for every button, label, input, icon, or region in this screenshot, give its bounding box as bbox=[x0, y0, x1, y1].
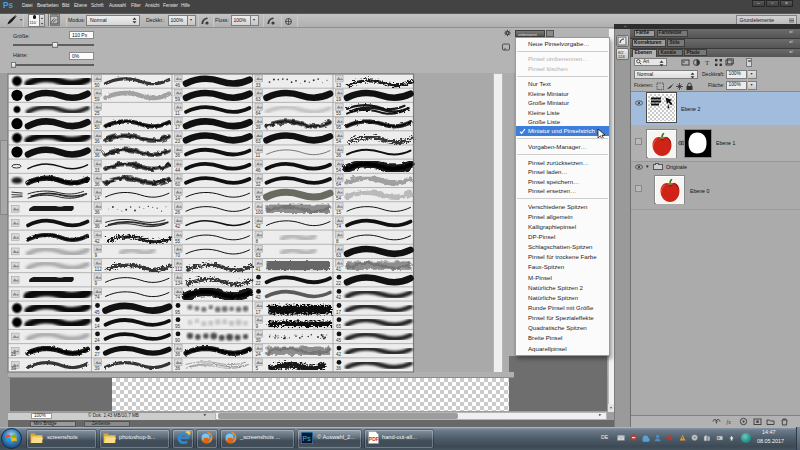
svg-text:74: 74 bbox=[175, 295, 181, 300]
svg-text:39: 39 bbox=[95, 366, 101, 371]
svg-text:90: 90 bbox=[175, 338, 181, 343]
svg-text:45: 45 bbox=[336, 338, 342, 343]
svg-text:74: 74 bbox=[336, 224, 342, 229]
svg-text:45: 45 bbox=[95, 310, 101, 315]
svg-text:39: 39 bbox=[256, 338, 262, 343]
svg-text:Ps: Ps bbox=[303, 435, 312, 442]
svg-text:95: 95 bbox=[336, 125, 342, 130]
svg-text:100: 100 bbox=[256, 210, 264, 215]
svg-text:74: 74 bbox=[95, 295, 101, 300]
svg-text:36: 36 bbox=[95, 182, 101, 187]
svg-text:42: 42 bbox=[256, 224, 262, 229]
svg-text:11: 11 bbox=[175, 111, 180, 116]
svg-text:22: 22 bbox=[256, 281, 262, 286]
svg-text:50: 50 bbox=[95, 125, 101, 130]
svg-text:36: 36 bbox=[95, 139, 101, 144]
svg-text:25: 25 bbox=[95, 111, 101, 116]
svg-text:14: 14 bbox=[175, 196, 181, 201]
svg-text:32: 32 bbox=[256, 182, 262, 187]
svg-text:65: 65 bbox=[336, 324, 342, 329]
svg-text:11: 11 bbox=[256, 153, 261, 158]
svg-text:112: 112 bbox=[95, 267, 103, 272]
svg-text:33: 33 bbox=[256, 83, 262, 88]
svg-text:42: 42 bbox=[336, 295, 342, 300]
svg-text:24: 24 bbox=[256, 352, 262, 357]
svg-text:63: 63 bbox=[336, 253, 342, 258]
svg-text:15: 15 bbox=[336, 210, 342, 215]
svg-text:42: 42 bbox=[256, 295, 262, 300]
svg-text:55: 55 bbox=[336, 111, 342, 116]
svg-text:8: 8 bbox=[336, 239, 339, 244]
svg-text:44: 44 bbox=[175, 168, 181, 173]
svg-text:39: 39 bbox=[11, 366, 17, 371]
svg-text:54: 54 bbox=[336, 139, 342, 144]
svg-text:112: 112 bbox=[175, 267, 183, 272]
svg-text:33: 33 bbox=[95, 168, 101, 173]
svg-text:17: 17 bbox=[256, 310, 262, 315]
svg-text:39: 39 bbox=[256, 125, 262, 130]
svg-text:42: 42 bbox=[175, 224, 181, 229]
svg-text:63: 63 bbox=[256, 253, 262, 258]
svg-text:13: 13 bbox=[336, 83, 342, 88]
svg-text:36: 36 bbox=[336, 366, 342, 371]
svg-text:17: 17 bbox=[175, 125, 181, 130]
svg-text:T: T bbox=[705, 59, 710, 67]
svg-text:24: 24 bbox=[95, 338, 101, 343]
svg-text:17: 17 bbox=[336, 310, 342, 315]
svg-text:42: 42 bbox=[95, 239, 101, 244]
svg-text:36: 36 bbox=[175, 366, 181, 371]
svg-text:PDF: PDF bbox=[369, 436, 379, 442]
svg-text:27: 27 bbox=[95, 352, 101, 357]
svg-text:9: 9 bbox=[256, 324, 259, 329]
svg-text:9: 9 bbox=[95, 281, 98, 286]
svg-text:25: 25 bbox=[11, 352, 17, 357]
svg-text:59: 59 bbox=[175, 97, 181, 102]
svg-text:95: 95 bbox=[175, 310, 181, 315]
svg-text:41: 41 bbox=[256, 267, 262, 272]
svg-text:36: 36 bbox=[175, 352, 181, 357]
svg-text:14: 14 bbox=[95, 324, 101, 329]
svg-text:36: 36 bbox=[95, 153, 101, 158]
svg-text:36: 36 bbox=[175, 153, 181, 158]
svg-text:54: 54 bbox=[336, 196, 342, 201]
svg-text:36: 36 bbox=[336, 153, 342, 158]
svg-text:9: 9 bbox=[95, 253, 98, 258]
svg-text:26: 26 bbox=[175, 210, 181, 215]
svg-text:63: 63 bbox=[256, 139, 262, 144]
svg-text:23: 23 bbox=[175, 139, 181, 144]
svg-text:19: 19 bbox=[336, 97, 342, 102]
svg-text:64: 64 bbox=[256, 111, 262, 116]
svg-text:42: 42 bbox=[336, 352, 342, 357]
svg-text:36: 36 bbox=[95, 210, 101, 215]
svg-text:59: 59 bbox=[95, 97, 101, 102]
svg-text:60: 60 bbox=[175, 182, 181, 187]
svg-text:134: 134 bbox=[175, 281, 183, 286]
svg-text:63: 63 bbox=[256, 97, 262, 102]
svg-text:fx: fx bbox=[726, 419, 731, 425]
svg-text:8: 8 bbox=[256, 239, 259, 244]
svg-text:5: 5 bbox=[256, 366, 259, 371]
svg-text:55: 55 bbox=[175, 239, 181, 244]
svg-text:64: 64 bbox=[336, 182, 342, 187]
svg-text:55: 55 bbox=[256, 196, 262, 201]
svg-text:46: 46 bbox=[256, 168, 262, 173]
svg-text:22: 22 bbox=[336, 281, 342, 286]
svg-text:41: 41 bbox=[336, 267, 342, 272]
svg-text:54: 54 bbox=[336, 168, 342, 173]
svg-text:124: 124 bbox=[618, 54, 625, 59]
svg-text:50: 50 bbox=[95, 83, 101, 88]
svg-text:36: 36 bbox=[95, 224, 101, 229]
svg-text:46: 46 bbox=[175, 83, 181, 88]
svg-text:70: 70 bbox=[175, 253, 181, 258]
svg-text:14: 14 bbox=[95, 196, 101, 201]
svg-text:95: 95 bbox=[175, 324, 181, 329]
